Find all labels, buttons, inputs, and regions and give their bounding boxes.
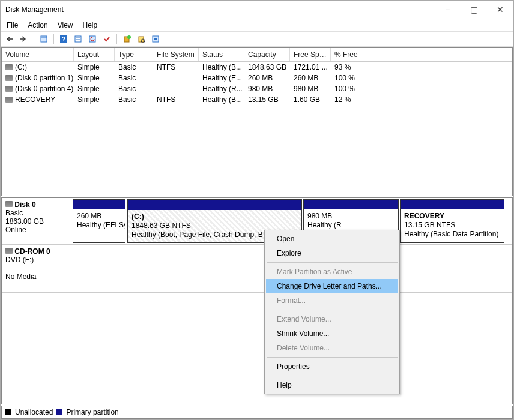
options-button[interactable] [149, 32, 162, 46]
context-menu: OpenExploreMark Partition as ActiveChang… [264, 230, 400, 394]
table-row[interactable]: (Disk 0 partition 4)SimpleBasicHealthy (… [2, 83, 512, 94]
check-button[interactable] [100, 32, 113, 46]
list-button[interactable] [71, 32, 85, 46]
disk-type: Basic [5, 209, 23, 217]
table-row[interactable]: (C:)SimpleBasicNTFSHealthy (B...1848.63 … [2, 62, 512, 73]
cell-fs: NTFS [153, 95, 199, 104]
cell-pct: 93 % [331, 62, 364, 72]
cell-type: Basic [115, 62, 153, 72]
volume-icon [5, 75, 13, 81]
cell-layout: Simple [74, 95, 115, 104]
disk-row: CD-ROM 0DVD (F:)No Media [2, 245, 512, 293]
context-menu-item[interactable]: Shrink Volume... [266, 326, 398, 341]
legend-primary: Primary partition [66, 408, 118, 416]
fwd-icon [20, 35, 28, 43]
partition-color-bar [128, 200, 301, 210]
legend-swatch-unallocated [5, 409, 11, 415]
cell-fs: NTFS [153, 62, 199, 72]
col-volume[interactable]: Volume [2, 48, 74, 61]
volume-icon [5, 86, 13, 92]
context-menu-item[interactable]: Open [266, 232, 398, 246]
disk-header[interactable]: Disk 0Basic1863.00 GBOnline [2, 198, 71, 244]
close-button[interactable]: ✕ [487, 1, 513, 19]
cell-vol: RECOVERY [2, 95, 74, 104]
disk-status: Online [5, 226, 26, 234]
cell-type: Basic [115, 95, 153, 104]
new-icon [122, 35, 131, 43]
cell-type: Basic [115, 84, 153, 94]
context-menu-item: Extend Volume... [266, 312, 398, 326]
legend: Unallocated Primary partition [1, 406, 513, 419]
props-icon [40, 35, 48, 43]
col-freespace[interactable]: Free Spa... [290, 48, 331, 61]
partition-info: 260 MBHealthy (EFI System [73, 209, 125, 242]
cell-free: 1.60 GB [290, 95, 331, 104]
legend-unallocated: Unallocated [15, 408, 53, 416]
context-menu-item[interactable]: Help [266, 378, 398, 392]
menu-file[interactable]: File [2, 20, 23, 31]
cell-status: Healthy (R... [199, 84, 244, 94]
volume-icon [5, 97, 13, 103]
cell-pct: 100 % [331, 73, 364, 83]
context-menu-item: Delete Volume... [266, 341, 398, 355]
search-button[interactable] [135, 32, 148, 46]
search-icon [137, 35, 145, 43]
partition-color-bar [401, 200, 504, 209]
cdrom-icon [5, 248, 13, 254]
partition[interactable]: 260 MBHealthy (EFI System [73, 199, 125, 243]
disk-name: Disk 0 [14, 200, 35, 209]
cell-layout: Simple [74, 62, 115, 72]
forward-button[interactable] [17, 32, 31, 46]
col-capacity[interactable]: Capacity [244, 48, 290, 61]
cell-free: 1721.01 ... [290, 62, 331, 72]
partition-color-bar [304, 200, 398, 209]
partition-color-bar [73, 200, 125, 209]
table-row[interactable]: (Disk 0 partition 1)SimpleBasicHealthy (… [2, 73, 512, 83]
col-filesystem[interactable]: File System [153, 48, 199, 61]
list-icon [74, 35, 82, 43]
cell-status: Healthy (E... [199, 73, 244, 83]
new-button[interactable] [120, 32, 133, 46]
back-icon [5, 35, 14, 43]
maximize-button[interactable]: ▢ [461, 1, 487, 19]
menu-action[interactable]: Action [23, 20, 52, 31]
menu-help[interactable]: Help [78, 20, 103, 31]
svg-rect-13 [154, 38, 157, 40]
cell-cap: 13.15 GB [244, 95, 290, 104]
properties-button[interactable] [37, 32, 50, 46]
col-type[interactable]: Type [115, 48, 153, 61]
context-menu-item[interactable]: Explore [266, 246, 398, 260]
context-menu-item[interactable]: Change Drive Letter and Paths... [266, 279, 398, 293]
cell-free: 260 MB [290, 73, 331, 83]
partition[interactable]: RECOVERY13.15 GB NTFSHealthy (Basic Data… [400, 199, 504, 243]
cell-cap: 260 MB [244, 73, 290, 83]
menu-view[interactable]: View [53, 20, 78, 31]
cell-layout: Simple [74, 84, 115, 94]
menu-separator [267, 310, 398, 310]
col-status[interactable]: Status [199, 48, 244, 61]
volume-icon [5, 64, 13, 70]
volume-list[interactable]: Volume Layout Type File System Status Ca… [1, 47, 513, 196]
context-menu-item: Mark Partition as Active [266, 265, 398, 279]
cell-layout: Simple [74, 73, 115, 83]
cell-status: Healthy (B... [199, 62, 244, 72]
col-layout[interactable]: Layout [74, 48, 115, 61]
col-pctfree[interactable]: % Free [331, 48, 364, 61]
menu-separator [267, 262, 398, 263]
help-icon: ? [59, 35, 68, 43]
disk-header[interactable]: CD-ROM 0DVD (F:)No Media [2, 245, 71, 292]
disk-size: 1863.00 GB [5, 217, 44, 226]
disk-name: CD-ROM 0 [14, 247, 50, 256]
refresh-icon [88, 35, 97, 43]
column-headers: Volume Layout Type File System Status Ca… [2, 48, 512, 62]
titlebar: Disk Management − ▢ ✕ [1, 1, 513, 19]
context-menu-item[interactable]: Properties [266, 359, 398, 374]
refresh-button[interactable] [86, 32, 99, 46]
back-button[interactable] [3, 32, 16, 46]
opts-icon [151, 35, 160, 43]
table-row[interactable]: RECOVERYSimpleBasicNTFSHealthy (B...13.1… [2, 94, 512, 105]
cell-fs [153, 84, 199, 94]
cell-free: 980 MB [290, 84, 331, 94]
minimize-button[interactable]: − [434, 1, 461, 19]
help-button[interactable]: ? [57, 32, 70, 46]
